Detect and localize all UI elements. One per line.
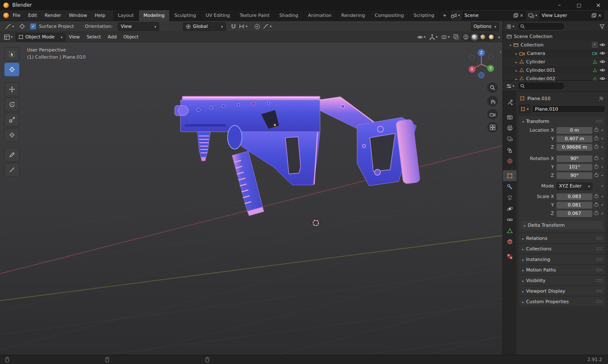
new-scene-icon[interactable] <box>513 13 518 18</box>
rotation-z-field[interactable]: 90° <box>556 172 592 179</box>
eye-icon[interactable] <box>600 51 605 55</box>
tab-modifiers[interactable] <box>503 181 516 192</box>
options-dropdown[interactable]: Options <box>471 22 499 31</box>
cursor-tool-icon[interactable] <box>18 22 27 31</box>
properties-editor-type-dropdown[interactable] <box>505 82 516 90</box>
panel-grip[interactable] <box>596 120 602 123</box>
animate-dot[interactable] <box>602 138 603 139</box>
tool-transform[interactable] <box>4 128 19 142</box>
panel-relations[interactable]: Relations <box>519 234 605 243</box>
menu-window[interactable]: Window <box>65 10 91 21</box>
snap-toggle-button[interactable] <box>229 22 238 31</box>
workspace-tab-scripting[interactable]: Scripting <box>409 10 439 21</box>
shading-solid-button[interactable] <box>471 34 478 41</box>
transform-orientation-dropdown[interactable]: Global <box>183 22 226 31</box>
axis-ball-negz[interactable] <box>478 72 484 78</box>
tab-particles[interactable] <box>503 192 516 203</box>
pin-id-button[interactable] <box>597 94 605 103</box>
tab-object-data[interactable] <box>503 225 516 236</box>
proportional-falloff-dropdown[interactable] <box>261 22 273 31</box>
maximize-button[interactable] <box>569 0 589 10</box>
expand-icon[interactable] <box>516 51 517 56</box>
scene-selector[interactable]: Scene × <box>462 11 526 20</box>
animate-dot[interactable] <box>602 196 603 197</box>
viewport-menu-view[interactable]: View <box>65 34 83 40</box>
properties-search-input[interactable] <box>527 84 562 89</box>
tool-annotate[interactable] <box>4 148 19 162</box>
panel-instancing[interactable]: Instancing <box>519 255 605 264</box>
viewport-menu-add[interactable]: Add <box>104 34 120 40</box>
axis-ball-negx[interactable] <box>489 54 493 59</box>
tool-rotate[interactable] <box>4 98 19 111</box>
animate-dot[interactable] <box>602 166 603 168</box>
surface-project-checkbox[interactable] <box>30 23 36 30</box>
expand-icon[interactable] <box>510 42 511 48</box>
lock-icon[interactable] <box>594 146 598 149</box>
lock-icon[interactable] <box>594 212 598 215</box>
panel-motion-paths[interactable]: Motion Paths <box>519 265 605 274</box>
close-button[interactable] <box>589 0 608 10</box>
properties-search[interactable] <box>517 82 565 90</box>
tab-scene[interactable] <box>503 144 516 155</box>
workspace-tab-layout[interactable]: Layout <box>113 10 138 21</box>
panel-visibility[interactable]: Visibility <box>519 276 605 285</box>
shading-dropdown[interactable] <box>497 34 500 40</box>
eye-icon[interactable] <box>600 76 605 80</box>
workspace-tab-animation[interactable]: Animation <box>303 10 337 21</box>
lock-icon[interactable] <box>594 137 598 140</box>
panel-grip[interactable] <box>596 289 602 293</box>
animate-dot[interactable] <box>602 147 603 148</box>
panel-collections[interactable]: Collections <box>519 244 605 253</box>
tab-object[interactable] <box>503 170 516 181</box>
scene-browse-icon[interactable] <box>451 13 460 18</box>
outliner-filter-button[interactable] <box>598 22 606 31</box>
lock-icon[interactable] <box>594 204 598 206</box>
scale-z-field[interactable]: 0.067 <box>556 210 592 217</box>
workspace-tab-sculpting[interactable]: Sculpting <box>170 10 201 21</box>
object-name-field[interactable]: Plane.010 <box>532 105 605 113</box>
eye-icon[interactable] <box>600 68 605 72</box>
view-layer-selector[interactable]: View Layer × <box>540 11 604 20</box>
tool-scale[interactable] <box>4 113 19 127</box>
panel-grip[interactable] <box>596 300 602 303</box>
object-visibility-dropdown[interactable] <box>416 33 427 41</box>
menu-help[interactable]: Help <box>91 10 109 21</box>
workspace-tab-compositing[interactable]: Compositing <box>370 10 409 21</box>
animate-dot[interactable] <box>602 185 603 187</box>
transform-panel-header[interactable]: Transform <box>519 117 605 126</box>
location-y-field[interactable]: 0.407 m <box>556 136 592 142</box>
workspace-tab-rendering[interactable]: Rendering <box>337 10 370 21</box>
lock-icon[interactable] <box>594 129 598 132</box>
animate-dot[interactable] <box>602 213 603 214</box>
tab-material[interactable] <box>503 236 516 247</box>
collection-exclude-checkbox[interactable] <box>592 42 597 48</box>
tool-measure[interactable] <box>4 163 19 177</box>
new-view-layer-icon[interactable] <box>592 13 596 18</box>
panel-grip[interactable] <box>596 236 602 240</box>
viewport-3d[interactable]: User Perspective (1) Collection | Plane.… <box>0 42 502 355</box>
tab-texture[interactable] <box>503 251 516 262</box>
eye-icon[interactable] <box>600 43 605 47</box>
expand-icon[interactable] <box>516 59 517 65</box>
outliner-row-camera[interactable]: Camera <box>503 49 608 57</box>
panel-grip[interactable] <box>596 258 602 261</box>
lock-icon[interactable] <box>594 157 598 160</box>
expand-icon[interactable] <box>516 76 517 81</box>
gizmos-dropdown[interactable] <box>428 33 439 41</box>
workspace-tab-modeling[interactable]: Modeling <box>139 10 170 21</box>
snap-settings-dropdown[interactable] <box>238 22 249 31</box>
tab-view-layer[interactable] <box>503 133 516 144</box>
mode-dropdown[interactable]: Object Mode <box>16 33 65 41</box>
lock-icon[interactable] <box>594 195 598 198</box>
active-tool-dropdown[interactable] <box>3 22 15 31</box>
pan-hand-button[interactable] <box>487 96 498 106</box>
outliner-row-cylinder[interactable]: Cylinder <box>503 57 608 66</box>
shading-wireframe-button[interactable] <box>462 34 470 41</box>
shading-rendered-button[interactable] <box>488 34 495 41</box>
unlink-scene-icon[interactable]: × <box>520 13 524 18</box>
animate-dot[interactable] <box>602 130 603 131</box>
tab-tool[interactable] <box>503 97 516 108</box>
editor-type-dropdown[interactable] <box>3 33 14 41</box>
scale-y-field[interactable]: 0.081 <box>556 202 592 209</box>
outliner-row-cylinder-001[interactable]: Cylinder.001 <box>503 66 608 74</box>
